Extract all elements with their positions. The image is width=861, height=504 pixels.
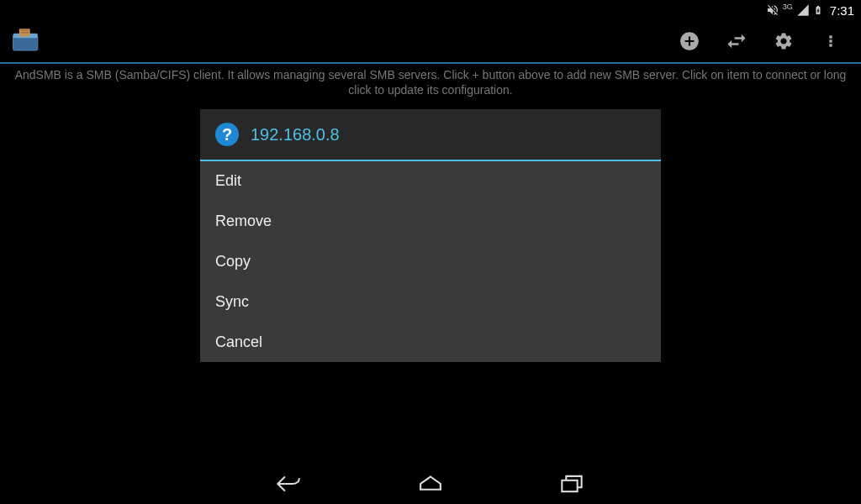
menu-item-copy[interactable]: Copy: [200, 242, 661, 282]
swap-button[interactable]: [713, 21, 760, 61]
overflow-menu-button[interactable]: [807, 21, 854, 61]
dialog-title: 192.168.0.8: [251, 125, 340, 144]
app-icon: [7, 21, 47, 61]
battery-icon: [813, 3, 823, 17]
svg-rect-8: [562, 480, 577, 491]
nav-recent-button[interactable]: [552, 464, 592, 504]
status-bar: 3G 7:31: [0, 0, 861, 20]
menu-item-sync[interactable]: Sync: [200, 282, 661, 323]
dialog-header: ? 192.168.0.8: [200, 109, 661, 161]
nav-home-button[interactable]: [410, 464, 451, 504]
navigation-bar: [0, 464, 861, 504]
network-type-label: 3G: [783, 3, 793, 11]
app-description: AndSMB is a SMB (Samba/CIFS) client. It …: [0, 64, 861, 99]
action-bar: [0, 20, 861, 64]
mute-icon: [766, 3, 779, 17]
clock-time: 7:31: [830, 3, 854, 18]
svg-rect-7: [829, 44, 832, 46]
menu-item-cancel[interactable]: Cancel: [200, 323, 661, 362]
settings-button[interactable]: [760, 21, 807, 61]
svg-rect-6: [829, 39, 832, 42]
signal-icon: [796, 3, 810, 17]
menu-item-remove[interactable]: Remove: [200, 202, 661, 242]
question-icon: ?: [215, 123, 239, 146]
nav-back-button[interactable]: [269, 464, 309, 504]
context-dialog: ? 192.168.0.8 Edit Remove Copy Sync Canc…: [200, 109, 661, 362]
add-button[interactable]: [666, 21, 713, 61]
svg-rect-5: [829, 35, 832, 38]
menu-item-edit[interactable]: Edit: [200, 161, 661, 202]
